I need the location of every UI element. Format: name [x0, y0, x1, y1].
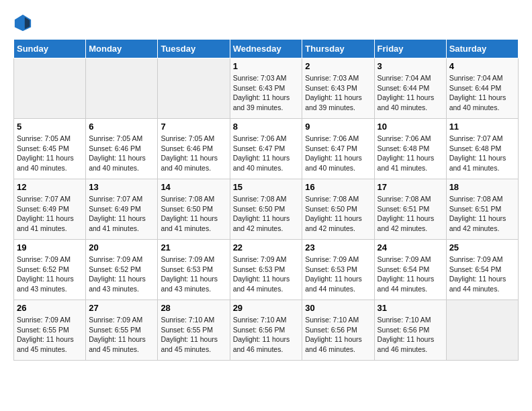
day-info: Sunrise: 7:03 AMSunset: 6:43 PMDaylight:…: [233, 73, 300, 113]
day-info: Sunrise: 7:09 AMSunset: 6:55 PMDaylight:…: [17, 315, 83, 355]
day-info: Sunrise: 7:09 AMSunset: 6:55 PMDaylight:…: [89, 315, 154, 355]
day-info: Sunrise: 7:04 AMSunset: 6:44 PMDaylight:…: [449, 73, 515, 113]
calendar-cell: 13Sunrise: 7:07 AMSunset: 6:49 PMDayligh…: [86, 179, 158, 240]
day-info: Sunrise: 7:09 AMSunset: 6:52 PMDaylight:…: [89, 255, 154, 294]
day-info: Sunrise: 7:07 AMSunset: 6:48 PMDaylight:…: [449, 134, 515, 173]
calendar-cell: 6Sunrise: 7:05 AMSunset: 6:46 PMDaylight…: [86, 119, 158, 179]
day-info: Sunrise: 7:05 AMSunset: 6:46 PMDaylight:…: [89, 134, 154, 173]
day-number: 4: [449, 61, 515, 71]
day-info: Sunrise: 7:09 AMSunset: 6:53 PMDaylight:…: [305, 255, 371, 294]
day-number: 30: [305, 303, 371, 313]
weekday-header-friday: Friday: [374, 40, 446, 58]
calendar-cell: 30Sunrise: 7:10 AMSunset: 6:56 PMDayligh…: [302, 300, 374, 361]
day-info: Sunrise: 7:10 AMSunset: 6:56 PMDaylight:…: [378, 315, 443, 355]
calendar-cell: 3Sunrise: 7:04 AMSunset: 6:44 PMDaylight…: [374, 58, 446, 119]
calendar-cell: 28Sunrise: 7:10 AMSunset: 6:55 PMDayligh…: [158, 300, 230, 361]
day-number: 6: [89, 122, 154, 132]
calendar-cell: 17Sunrise: 7:08 AMSunset: 6:51 PMDayligh…: [374, 179, 446, 240]
day-number: 11: [449, 122, 515, 132]
calendar-cell: 16Sunrise: 7:08 AMSunset: 6:50 PMDayligh…: [302, 179, 374, 240]
day-info: Sunrise: 7:05 AMSunset: 6:45 PMDaylight:…: [17, 134, 83, 173]
calendar-week-row: 26Sunrise: 7:09 AMSunset: 6:55 PMDayligh…: [14, 300, 519, 361]
calendar-cell: 25Sunrise: 7:09 AMSunset: 6:54 PMDayligh…: [446, 240, 518, 300]
calendar-cell: 2Sunrise: 7:03 AMSunset: 6:43 PMDaylight…: [302, 58, 374, 119]
day-number: 7: [161, 122, 226, 132]
calendar-cell: 26Sunrise: 7:09 AMSunset: 6:55 PMDayligh…: [14, 300, 86, 361]
calendar-cell: 11Sunrise: 7:07 AMSunset: 6:48 PMDayligh…: [446, 119, 518, 179]
calendar-cell: 4Sunrise: 7:04 AMSunset: 6:44 PMDaylight…: [446, 58, 518, 119]
day-number: 28: [161, 303, 226, 313]
day-info: Sunrise: 7:09 AMSunset: 6:54 PMDaylight:…: [378, 255, 443, 294]
calendar-week-row: 19Sunrise: 7:09 AMSunset: 6:52 PMDayligh…: [14, 240, 519, 300]
logo: [13, 13, 34, 32]
day-number: 10: [378, 122, 443, 132]
day-info: Sunrise: 7:06 AMSunset: 6:47 PMDaylight:…: [233, 134, 300, 173]
day-info: Sunrise: 7:09 AMSunset: 6:53 PMDaylight:…: [233, 255, 300, 294]
calendar-cell: 27Sunrise: 7:09 AMSunset: 6:55 PMDayligh…: [86, 300, 158, 361]
day-info: Sunrise: 7:06 AMSunset: 6:48 PMDaylight:…: [378, 134, 443, 173]
day-number: 19: [17, 242, 83, 253]
calendar-cell: [158, 58, 230, 119]
page-header: [13, 13, 519, 32]
calendar-cell: 5Sunrise: 7:05 AMSunset: 6:45 PMDaylight…: [14, 119, 86, 179]
calendar-cell: 20Sunrise: 7:09 AMSunset: 6:52 PMDayligh…: [86, 240, 158, 300]
calendar-week-row: 12Sunrise: 7:07 AMSunset: 6:49 PMDayligh…: [14, 179, 519, 240]
calendar-cell: 7Sunrise: 7:05 AMSunset: 6:46 PMDaylight…: [158, 119, 230, 179]
calendar-cell: 23Sunrise: 7:09 AMSunset: 6:53 PMDayligh…: [302, 240, 374, 300]
day-number: 21: [161, 242, 226, 253]
calendar-cell: 1Sunrise: 7:03 AMSunset: 6:43 PMDaylight…: [230, 58, 302, 119]
calendar-cell: [446, 300, 518, 361]
calendar-cell: 29Sunrise: 7:10 AMSunset: 6:56 PMDayligh…: [230, 300, 302, 361]
day-info: Sunrise: 7:06 AMSunset: 6:47 PMDaylight:…: [305, 134, 371, 173]
weekday-header-monday: Monday: [86, 40, 158, 58]
day-info: Sunrise: 7:08 AMSunset: 6:51 PMDaylight:…: [378, 194, 443, 234]
day-info: Sunrise: 7:07 AMSunset: 6:49 PMDaylight:…: [89, 194, 154, 234]
day-info: Sunrise: 7:08 AMSunset: 6:50 PMDaylight:…: [233, 194, 300, 234]
calendar-cell: 24Sunrise: 7:09 AMSunset: 6:54 PMDayligh…: [374, 240, 446, 300]
day-number: 12: [17, 182, 83, 192]
weekday-header-wednesday: Wednesday: [230, 40, 302, 58]
calendar-cell: 22Sunrise: 7:09 AMSunset: 6:53 PMDayligh…: [230, 240, 302, 300]
day-number: 2: [305, 61, 371, 71]
weekday-header-sunday: Sunday: [14, 40, 86, 58]
day-number: 24: [378, 242, 443, 253]
calendar-cell: 10Sunrise: 7:06 AMSunset: 6:48 PMDayligh…: [374, 119, 446, 179]
day-number: 3: [378, 61, 443, 71]
day-number: 18: [449, 182, 515, 192]
day-info: Sunrise: 7:09 AMSunset: 6:54 PMDaylight:…: [449, 255, 515, 294]
calendar-cell: 21Sunrise: 7:09 AMSunset: 6:53 PMDayligh…: [158, 240, 230, 300]
day-info: Sunrise: 7:08 AMSunset: 6:50 PMDaylight:…: [161, 194, 226, 234]
day-info: Sunrise: 7:05 AMSunset: 6:46 PMDaylight:…: [161, 134, 226, 173]
day-info: Sunrise: 7:10 AMSunset: 6:56 PMDaylight:…: [305, 315, 371, 355]
day-number: 31: [378, 303, 443, 313]
calendar-cell: [86, 58, 158, 119]
day-info: Sunrise: 7:10 AMSunset: 6:55 PMDaylight:…: [161, 315, 226, 355]
weekday-header-thursday: Thursday: [302, 40, 374, 58]
day-number: 23: [305, 242, 371, 253]
day-number: 5: [17, 122, 83, 132]
day-number: 26: [17, 303, 83, 313]
calendar-cell: 14Sunrise: 7:08 AMSunset: 6:50 PMDayligh…: [158, 179, 230, 240]
day-number: 13: [89, 182, 154, 192]
calendar-cell: 8Sunrise: 7:06 AMSunset: 6:47 PMDaylight…: [230, 119, 302, 179]
day-info: Sunrise: 7:08 AMSunset: 6:51 PMDaylight:…: [449, 194, 515, 234]
day-info: Sunrise: 7:10 AMSunset: 6:56 PMDaylight:…: [233, 315, 300, 355]
day-info: Sunrise: 7:09 AMSunset: 6:53 PMDaylight:…: [161, 255, 226, 294]
day-number: 29: [233, 303, 300, 313]
calendar-week-row: 5Sunrise: 7:05 AMSunset: 6:45 PMDaylight…: [14, 119, 519, 179]
calendar-table: SundayMondayTuesdayWednesdayThursdayFrid…: [13, 39, 519, 361]
weekday-header-tuesday: Tuesday: [158, 40, 230, 58]
day-number: 1: [233, 61, 300, 71]
day-number: 15: [233, 182, 300, 192]
calendar-cell: 12Sunrise: 7:07 AMSunset: 6:49 PMDayligh…: [14, 179, 86, 240]
logo-icon: [13, 13, 32, 32]
calendar-week-row: 1Sunrise: 7:03 AMSunset: 6:43 PMDaylight…: [14, 58, 519, 119]
day-info: Sunrise: 7:09 AMSunset: 6:52 PMDaylight:…: [17, 255, 83, 294]
calendar-cell: 31Sunrise: 7:10 AMSunset: 6:56 PMDayligh…: [374, 300, 446, 361]
day-number: 22: [233, 242, 300, 253]
calendar-cell: 15Sunrise: 7:08 AMSunset: 6:50 PMDayligh…: [230, 179, 302, 240]
day-info: Sunrise: 7:07 AMSunset: 6:49 PMDaylight:…: [17, 194, 83, 234]
day-info: Sunrise: 7:08 AMSunset: 6:50 PMDaylight:…: [305, 194, 371, 234]
weekday-header-saturday: Saturday: [446, 40, 518, 58]
calendar-cell: 9Sunrise: 7:06 AMSunset: 6:47 PMDaylight…: [302, 119, 374, 179]
